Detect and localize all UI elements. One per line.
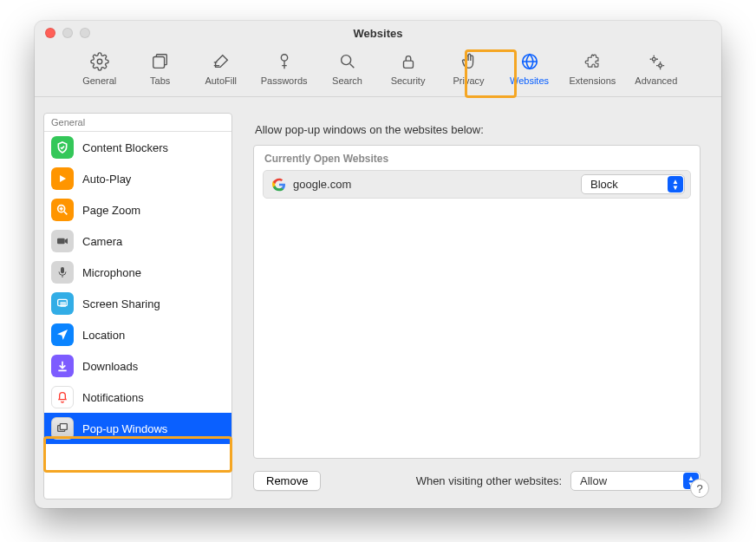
sidebar-item-label: Screen Sharing [82, 297, 160, 310]
site-identity: google.com [272, 178, 351, 192]
tabs-icon [149, 50, 172, 73]
tab-tabs[interactable]: Tabs [138, 49, 183, 88]
tab-label: Advanced [635, 75, 677, 86]
globe-icon [518, 50, 541, 73]
preferences-window: Websites General Tabs AutoFill Passwords [35, 21, 721, 508]
svg-point-0 [97, 59, 102, 64]
help-button[interactable]: ? [690, 479, 709, 498]
hand-icon [458, 50, 480, 73]
sidebar-section-header: General [44, 114, 231, 132]
minimize-button[interactable] [62, 28, 73, 38]
tab-advanced[interactable]: Advanced [633, 49, 679, 88]
svg-rect-9 [57, 238, 65, 245]
maximize-button[interactable] [80, 28, 90, 38]
sidebar-item-label: Downloads [82, 360, 138, 373]
tab-label: Security [391, 75, 426, 86]
site-domain: google.com [293, 178, 351, 191]
tab-search[interactable]: Search [325, 49, 370, 88]
other-websites-value: Allow [570, 471, 701, 491]
bell-icon [51, 386, 74, 408]
tab-general[interactable]: General [77, 49, 122, 88]
tab-label: AutoFill [205, 75, 237, 86]
tab-label: Privacy [453, 75, 484, 86]
tab-autofill[interactable]: AutoFill [199, 49, 244, 88]
camera-icon [51, 230, 74, 252]
location-icon [51, 323, 74, 346]
sidebar-item-label: Content Blockers [82, 141, 168, 154]
sidebar-item-downloads[interactable]: Downloads [44, 350, 231, 382]
tab-passwords[interactable]: Passwords [259, 49, 310, 88]
tab-label: Tabs [150, 75, 170, 86]
svg-rect-1 [153, 57, 164, 69]
remove-button[interactable]: Remove [253, 471, 321, 491]
sidebar-item-label: Page Zoom [82, 204, 140, 217]
zoom-icon [51, 199, 74, 221]
sidebar-list: Content Blockers Auto-Play Page Zoom [44, 132, 231, 499]
traffic-lights [35, 28, 90, 38]
sidebar-item-microphone[interactable]: Microphone [44, 257, 231, 288]
key-icon [273, 50, 296, 73]
close-button[interactable] [45, 28, 55, 38]
svg-point-3 [341, 56, 350, 65]
lock-icon [397, 50, 420, 73]
tab-label: Search [332, 75, 362, 86]
tab-label: Websites [510, 75, 549, 86]
tab-security[interactable]: Security [386, 49, 431, 88]
popup-windows-icon [51, 417, 74, 440]
sidebar-item-content-blockers[interactable]: Content Blockers [44, 132, 231, 163]
download-icon [51, 355, 74, 377]
site-row[interactable]: google.com Block ▲▼ [263, 170, 691, 199]
svg-point-6 [652, 57, 655, 61]
toolbar: General Tabs AutoFill Passwords Search [35, 45, 721, 97]
tab-label: Passwords [261, 75, 308, 86]
svg-rect-12 [60, 302, 66, 307]
sidebar-item-screen-sharing[interactable]: Screen Sharing [44, 288, 231, 319]
sidebar-item-camera[interactable]: Camera [44, 225, 231, 257]
shield-check-icon [51, 136, 74, 159]
svg-rect-4 [403, 61, 413, 68]
sidebar-item-label: Auto-Play [82, 173, 131, 186]
main-panel: Allow pop-up windows on the websites bel… [241, 113, 713, 500]
sidebar-item-label: Location [82, 329, 125, 342]
sidebar-item-label: Camera [82, 235, 122, 248]
sidebar-item-label: Microphone [82, 266, 141, 279]
svg-rect-14 [60, 424, 67, 430]
google-favicon-icon [272, 178, 286, 192]
site-setting-select[interactable]: Block ▲▼ [581, 174, 685, 194]
sidebar-item-label: Notifications [82, 391, 144, 404]
panel-heading: Allow pop-up windows on the websites bel… [255, 123, 701, 136]
tab-websites[interactable]: Websites [507, 49, 552, 88]
sidebar: General Content Blockers Auto-Play [43, 113, 232, 500]
window-title: Websites [35, 27, 721, 40]
sidebar-item-location[interactable]: Location [44, 319, 231, 350]
site-setting-value: Block [581, 174, 685, 194]
content-area: General Content Blockers Auto-Play [35, 104, 721, 508]
microphone-icon [51, 261, 74, 284]
sidebar-item-page-zoom[interactable]: Page Zoom [44, 194, 231, 225]
other-websites-select[interactable]: Allow ▲▼ [570, 471, 701, 491]
svg-point-7 [659, 64, 662, 68]
sidebar-item-auto-play[interactable]: Auto-Play [44, 163, 231, 194]
sites-table: Currently Open Websites google.com Block… [253, 145, 701, 459]
tab-privacy[interactable]: Privacy [446, 49, 492, 88]
gear-icon [88, 50, 111, 73]
footer-row: Remove When visiting other websites: All… [253, 471, 701, 491]
svg-point-2 [281, 55, 287, 61]
play-icon [51, 167, 74, 190]
other-websites-control: When visiting other websites: Allow ▲▼ [416, 471, 701, 491]
svg-rect-10 [61, 267, 64, 273]
search-icon [336, 50, 359, 73]
gears-icon [645, 50, 668, 73]
sidebar-item-label: Pop-up Windows [82, 422, 167, 435]
sites-group-header: Currently Open Websites [254, 146, 700, 170]
tab-label: General [82, 75, 116, 86]
sidebar-item-popup-windows[interactable]: Pop-up Windows [44, 413, 231, 444]
tab-extensions[interactable]: Extensions [568, 49, 618, 88]
puzzle-icon [581, 50, 603, 73]
titlebar: Websites [35, 21, 721, 45]
sidebar-item-notifications[interactable]: Notifications [44, 382, 231, 413]
other-websites-label: When visiting other websites: [416, 474, 562, 487]
pencil-icon [210, 50, 232, 73]
screen-share-icon [51, 292, 74, 315]
tab-label: Extensions [570, 75, 616, 86]
